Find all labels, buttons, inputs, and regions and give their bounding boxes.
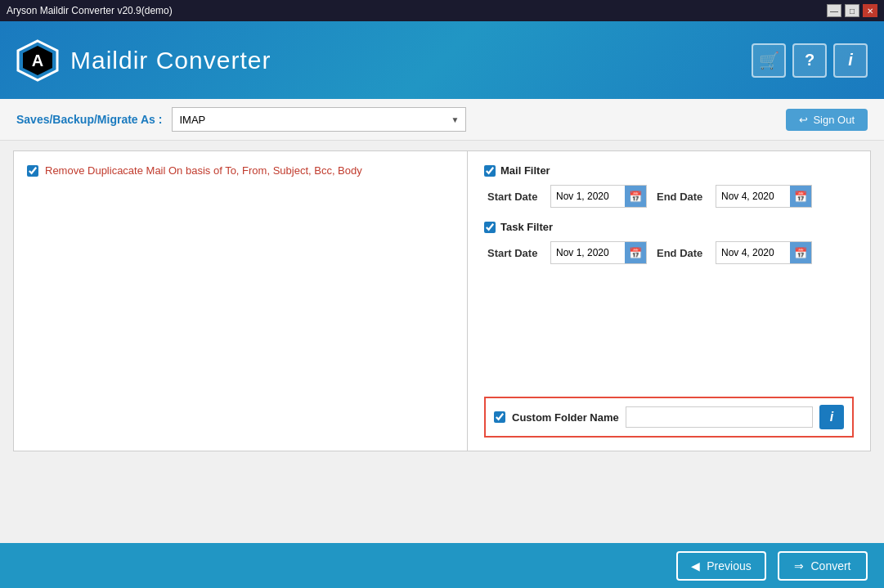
app-title: Maildir Converter bbox=[70, 47, 271, 74]
toolbar-left: Saves/Backup/Migrate As : IMAP ▼ bbox=[16, 107, 466, 132]
task-end-date-calendar-button[interactable]: 📅 bbox=[790, 242, 811, 263]
chevron-down-icon: ▼ bbox=[451, 115, 460, 124]
previous-button[interactable]: ◀ Previous bbox=[676, 551, 766, 581]
task-start-date-input-wrap: 📅 bbox=[550, 241, 647, 264]
custom-folder-label: Custom Folder Name bbox=[512, 411, 619, 424]
mail-filter-title: Mail Filter bbox=[500, 164, 550, 177]
mail-start-date-input[interactable] bbox=[551, 188, 625, 204]
mail-filter-dates: Start Date 📅 End Date 📅 bbox=[487, 185, 854, 208]
app-logo-icon: A bbox=[16, 39, 59, 82]
task-start-date-label: Start Date bbox=[487, 247, 541, 259]
sign-out-label: Sign Out bbox=[813, 114, 855, 126]
spacer bbox=[484, 277, 854, 384]
mail-end-date-label: End Date bbox=[657, 191, 706, 203]
task-start-date-calendar-button[interactable]: 📅 bbox=[625, 242, 646, 263]
help-icon-button[interactable]: ? bbox=[792, 43, 827, 78]
convert-label: Convert bbox=[810, 559, 850, 572]
custom-folder-checkbox[interactable] bbox=[494, 411, 505, 423]
bottom-area bbox=[13, 451, 871, 533]
title-bar: Aryson Maildir Converter v20.9(demo) — □… bbox=[0, 0, 884, 21]
custom-folder-input[interactable] bbox=[626, 406, 813, 428]
duplicate-checkbox[interactable] bbox=[27, 165, 38, 177]
minimize-button[interactable]: — bbox=[827, 4, 841, 17]
app-header: A Maildir Converter 🛒 ? i bbox=[0, 21, 884, 99]
sign-out-icon: ↩ bbox=[799, 114, 808, 126]
duplicate-option-row: Remove Duplicacate Mail On basis of To, … bbox=[27, 164, 454, 177]
mail-end-date-input[interactable] bbox=[716, 188, 790, 204]
task-end-date-label: End Date bbox=[657, 247, 706, 259]
save-as-dropdown[interactable]: IMAP ▼ bbox=[172, 107, 466, 132]
previous-label: Previous bbox=[707, 559, 751, 572]
custom-folder-info-button[interactable]: i bbox=[819, 405, 844, 429]
footer: ◀ Previous ⇒ Convert bbox=[0, 543, 884, 588]
task-start-date-input[interactable] bbox=[551, 245, 625, 261]
mail-start-date-input-wrap: 📅 bbox=[550, 185, 647, 208]
mail-filter-section: Mail Filter Start Date 📅 End Date 📅 bbox=[484, 164, 854, 208]
custom-folder-section: Custom Folder Name i bbox=[484, 397, 854, 438]
window-controls: — □ ✕ bbox=[827, 4, 877, 17]
mail-start-date-calendar-button[interactable]: 📅 bbox=[625, 186, 646, 207]
svg-text:A: A bbox=[32, 52, 43, 70]
task-end-date-input[interactable] bbox=[716, 245, 790, 261]
right-panel: Mail Filter Start Date 📅 End Date 📅 bbox=[468, 151, 870, 451]
mail-filter-header: Mail Filter bbox=[484, 164, 854, 177]
mail-start-date-label: Start Date bbox=[487, 191, 541, 203]
content-panel: Remove Duplicacate Mail On basis of To, … bbox=[13, 150, 871, 451]
dropdown-value: IMAP bbox=[179, 114, 205, 126]
task-end-date-input-wrap: 📅 bbox=[716, 241, 812, 264]
mail-end-date-input-wrap: 📅 bbox=[716, 185, 812, 208]
main-content: Remove Duplicacate Mail On basis of To, … bbox=[0, 141, 884, 543]
task-filter-dates: Start Date 📅 End Date 📅 bbox=[487, 241, 854, 264]
task-filter-checkbox[interactable] bbox=[484, 222, 496, 233]
task-filter-section: Task Filter Start Date 📅 End Date 📅 bbox=[484, 221, 854, 264]
close-button[interactable]: ✕ bbox=[863, 4, 877, 17]
cart-icon-button[interactable]: 🛒 bbox=[752, 43, 786, 78]
task-filter-header: Task Filter bbox=[484, 221, 854, 233]
info-icon: i bbox=[830, 410, 833, 424]
convert-icon: ⇒ bbox=[794, 559, 804, 572]
toolbar: Saves/Backup/Migrate As : IMAP ▼ ↩ Sign … bbox=[0, 99, 884, 141]
task-filter-title: Task Filter bbox=[500, 221, 553, 233]
convert-button[interactable]: ⇒ Convert bbox=[778, 551, 868, 581]
mail-filter-checkbox[interactable] bbox=[484, 165, 496, 177]
app-logo: A Maildir Converter bbox=[16, 39, 271, 82]
window-title: Aryson Maildir Converter v20.9(demo) bbox=[7, 5, 173, 16]
info-icon-button[interactable]: i bbox=[833, 43, 868, 78]
duplicate-label: Remove Duplicacate Mail On basis of To, … bbox=[45, 164, 362, 177]
left-panel: Remove Duplicacate Mail On basis of To, … bbox=[14, 151, 468, 451]
saves-label: Saves/Backup/Migrate As : bbox=[16, 113, 162, 126]
previous-icon: ◀ bbox=[691, 559, 700, 572]
header-icons: 🛒 ? i bbox=[752, 43, 868, 78]
mail-end-date-calendar-button[interactable]: 📅 bbox=[790, 186, 811, 207]
maximize-button[interactable]: □ bbox=[845, 4, 859, 17]
sign-out-button[interactable]: ↩ Sign Out bbox=[786, 109, 868, 131]
